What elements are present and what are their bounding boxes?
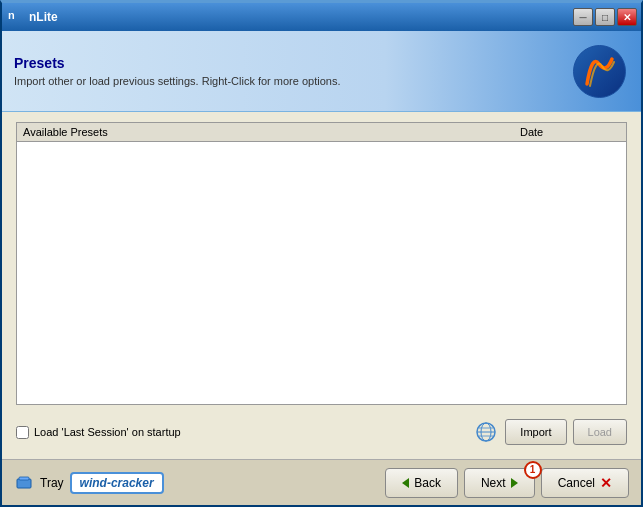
svg-rect-7	[19, 477, 29, 480]
back-label: Back	[414, 476, 441, 490]
table-header: Available Presets Date	[17, 123, 626, 142]
window-title: nLite	[29, 10, 58, 24]
col-available-presets: Available Presets	[23, 126, 520, 138]
next-button[interactable]: Next 1	[464, 468, 535, 498]
tray-icon	[14, 473, 34, 493]
table-bottom-right: Import Load	[473, 419, 627, 445]
footer-right: Back Next 1 Cancel ✕	[385, 468, 629, 498]
app-icon: n	[8, 9, 24, 25]
cancel-x-icon: ✕	[600, 475, 612, 491]
tray-label: Tray	[40, 476, 64, 490]
load-button[interactable]: Load	[573, 419, 627, 445]
footer-left: Tray wind-cracker	[14, 472, 164, 494]
cancel-button[interactable]: Cancel ✕	[541, 468, 629, 498]
header-section: Presets Import other or load previous se…	[2, 31, 641, 112]
globe-icon-button[interactable]	[473, 419, 499, 445]
table-body	[17, 142, 626, 399]
next-label: Next	[481, 476, 506, 490]
restore-button[interactable]: □	[595, 8, 615, 26]
wind-cracker-badge: wind-cracker	[70, 472, 164, 494]
globe-icon	[475, 421, 497, 443]
main-window: n nLite ─ □ ✕ Presets Import other or lo…	[0, 0, 643, 507]
header-text: Presets Import other or load previous se…	[14, 55, 569, 87]
title-buttons: ─ □ ✕	[573, 8, 637, 26]
footer: Tray wind-cracker Back Next 1 Cancel ✕	[2, 459, 641, 505]
header-subtitle: Import other or load previous settings. …	[14, 75, 569, 87]
minimize-button[interactable]: ─	[573, 8, 593, 26]
header-logo	[569, 41, 629, 101]
title-bar-left: n nLite	[8, 9, 58, 25]
title-bar: n nLite ─ □ ✕	[2, 3, 641, 31]
back-button[interactable]: Back	[385, 468, 458, 498]
header-title: Presets	[14, 55, 569, 71]
next-arrow-icon	[511, 478, 518, 488]
nlite-logo-svg	[572, 44, 627, 99]
last-session-checkbox[interactable]	[16, 426, 29, 439]
import-button[interactable]: Import	[505, 419, 566, 445]
back-arrow-icon	[402, 478, 409, 488]
close-button[interactable]: ✕	[617, 8, 637, 26]
table-bottom-row: Load 'Last Session' on startup Import Lo…	[16, 413, 627, 449]
presets-table: Available Presets Date	[16, 122, 627, 405]
next-badge: 1	[524, 461, 542, 479]
tray-icon-svg	[15, 474, 33, 492]
cancel-label: Cancel	[558, 476, 595, 490]
main-content: Available Presets Date Load 'Last Sessio…	[2, 112, 641, 459]
col-date: Date	[520, 126, 620, 138]
svg-point-0	[573, 45, 625, 97]
last-session-checkbox-label[interactable]: Load 'Last Session' on startup	[16, 426, 181, 439]
last-session-label: Load 'Last Session' on startup	[34, 426, 181, 438]
